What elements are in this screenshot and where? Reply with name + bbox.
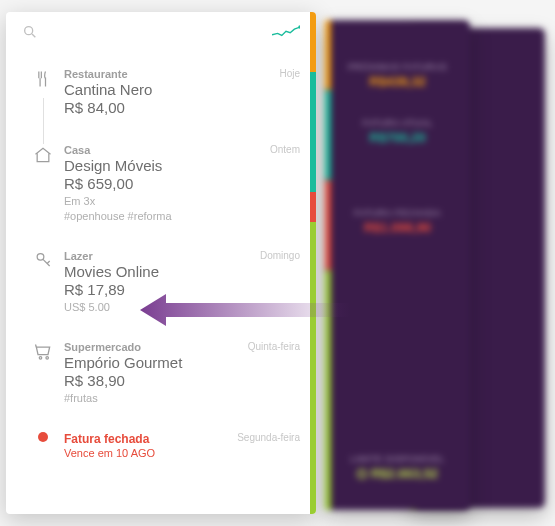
- transaction-day: Hoje: [242, 68, 300, 116]
- transaction-amount: R$ 84,00: [64, 99, 242, 116]
- bill-closed-row[interactable]: Fatura fechadaVence em 10 AGOSegunda-fei…: [22, 418, 300, 473]
- transactions-card: RestauranteCantina NeroR$ 84,00HojeCasaD…: [6, 12, 316, 514]
- leisure-icon: [32, 250, 54, 272]
- transaction-row[interactable]: LazerMovies OnlineR$ 17,89US$ 5.00Doming…: [22, 236, 300, 327]
- bill-day: Segunda-feira: [237, 432, 300, 459]
- summary-card-1: PRÓXIMAS FATURASR$439,32FATURA ATUALR$70…: [325, 20, 470, 510]
- transaction-tags: #frutas: [64, 392, 242, 404]
- transaction-title: Movies Online: [64, 263, 242, 280]
- transaction-category: Casa: [64, 144, 242, 156]
- svg-point-4: [39, 357, 42, 360]
- transaction-tags: #openhouse #reforma: [64, 210, 242, 222]
- bill-due: Vence em 10 AGO: [64, 447, 237, 459]
- transaction-title: Cantina Nero: [64, 81, 242, 98]
- transaction-row[interactable]: RestauranteCantina NeroR$ 84,00Hoje: [22, 54, 300, 130]
- status-dot-icon: [38, 432, 48, 442]
- transaction-amount: R$ 38,90: [64, 372, 242, 389]
- header: [6, 12, 316, 50]
- transaction-meta: Em 3x: [64, 195, 242, 207]
- transaction-meta: US$ 5.00: [64, 301, 242, 313]
- transaction-row[interactable]: SupermercadoEmpório GourmetR$ 38,90#frut…: [22, 327, 300, 418]
- bill-closed-title: Fatura fechada: [64, 432, 237, 446]
- transaction-category: Lazer: [64, 250, 242, 262]
- transaction-row[interactable]: CasaDesign MóveisR$ 659,00Em 3x#openhous…: [22, 130, 300, 236]
- transaction-category: Supermercado: [64, 341, 242, 353]
- svg-point-5: [46, 357, 49, 360]
- chart-icon[interactable]: [272, 25, 300, 43]
- svg-line-1: [32, 34, 35, 37]
- restaurant-icon: [32, 68, 54, 90]
- svg-point-0: [25, 27, 33, 35]
- transaction-day: Ontem: [242, 144, 300, 222]
- transaction-feed: RestauranteCantina NeroR$ 84,00HojeCasaD…: [6, 50, 316, 473]
- transaction-amount: R$ 17,89: [64, 281, 242, 298]
- cart-icon: [32, 341, 54, 363]
- home-icon: [32, 144, 54, 166]
- transaction-day: Domingo: [242, 250, 300, 313]
- search-icon[interactable]: [22, 24, 38, 44]
- transaction-title: Design Móveis: [64, 157, 242, 174]
- transaction-day: Quinta-feira: [242, 341, 300, 404]
- svg-point-2: [299, 26, 300, 28]
- transaction-amount: R$ 659,00: [64, 175, 242, 192]
- transaction-category: Restaurante: [64, 68, 242, 80]
- transaction-title: Empório Gourmet: [64, 354, 242, 371]
- svg-point-3: [37, 254, 44, 261]
